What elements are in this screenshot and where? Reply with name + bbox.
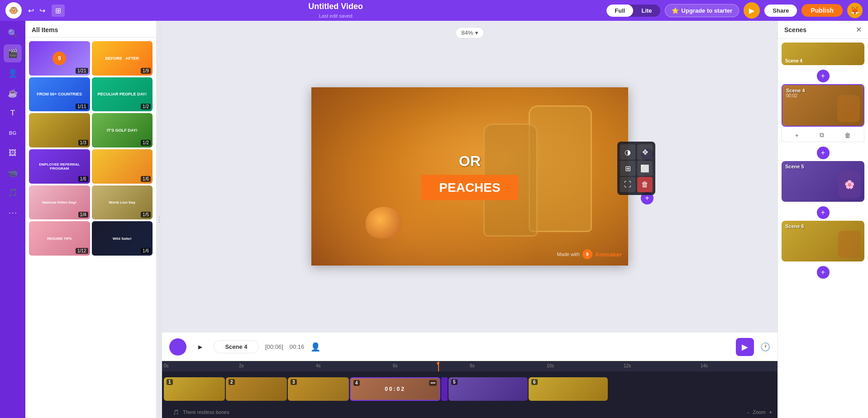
scenes-panel: Scenes ✕ Scene 4 + Scene 4 00:02 [777,21,868,418]
scene-top-partial[interactable]: Scene 4 [782,43,864,65]
track-segment-6[interactable]: 6 [529,377,608,401]
timeline-ruler: 0s 2s 4s 6s 8s 10s 12s 14s 16s [162,361,777,371]
track-segment-5[interactable]: 5 [448,377,528,401]
scene-add-row-2: + [782,145,864,161]
app-logo[interactable]: 🐵 [5,2,22,19]
time-bracket: [00:06] [265,343,283,350]
media-grid: 9 1/21 BEFORE AFTER 1/9 FROM 50+ COUNTRI… [25,38,156,259]
media-item-2[interactable]: BEFORE AFTER 1/9 [92,41,153,76]
share-button[interactable]: Share [764,5,797,17]
track-segment-3[interactable]: 3 [288,377,349,401]
scenes-panel-title: Scenes [784,26,806,33]
sidebar-item-search[interactable]: 🔍 [4,24,22,43]
scene-thumb-6[interactable]: Scene 6 [782,221,864,261]
replace-button[interactable]: ⬜ [637,161,653,176]
add-scene-button-1[interactable]: + [817,70,830,82]
clock-icon[interactable]: 🕐 [760,342,770,352]
shrink-button[interactable]: ⛶ [620,177,635,192]
timeline-playhead[interactable] [438,361,439,371]
media-item-10[interactable]: World Lion Day 1/5 [92,185,153,220]
add-scene-button-2[interactable]: + [817,147,830,159]
media-item-7[interactable]: EMPLOYEE REFERRAL PROGRAM 1/6 [29,149,90,184]
main-layout: 🔍 🎬 👤 ☕ T BG 🖼 📹 🎵 ⋯ All Items 9 1/21 BE… [0,21,868,418]
scene-thumb-5[interactable]: Scene 5 🌸 [782,161,864,202]
crop-button[interactable]: ⊞ [620,161,635,176]
user-avatar[interactable]: 🦊 [847,3,863,18]
mode-lite-button[interactable]: Lite [633,5,660,17]
tick-2s: 2s [239,363,244,368]
scene-4-label: Scene 4 [786,88,805,93]
scene-4-duplicate-button[interactable]: ⧉ [820,131,824,139]
scene-thumb-4[interactable]: Scene 4 00:02 [782,84,864,127]
sidebar-item-scenes[interactable]: 🎬 [4,44,22,62]
media-item-4[interactable]: PECULIAR PEOPLE DAY! 1/2 [92,77,153,112]
track-segment-2[interactable]: 2 [226,377,287,401]
media-panel: All Items 9 1/21 BEFORE AFTER 1/9 FROM 5… [25,21,157,418]
scenes-close-button[interactable]: ✕ [856,25,862,34]
add-scene-button-3[interactable]: + [817,206,830,219]
sidebar-item-image[interactable]: 🖼 [4,144,22,162]
star-icon: ⭐ [672,7,679,14]
media-item-9[interactable]: National Kitten Day! 1/4 [29,185,90,220]
scene-add-row-3: + [782,204,864,221]
canvas-toolbar-row-3: ⛶ 🗑 [620,177,653,192]
center-area: 84% ▾ OR PEACHES [162,21,777,418]
mode-toggle: Full Lite [606,5,660,17]
tick-6s: 6s [393,363,398,368]
zoom-control[interactable]: 84% ▾ [455,27,484,38]
sidebar-item-background[interactable]: BG [4,124,22,142]
segment-num-5: 5 [451,379,458,385]
add-scene-button-4[interactable]: + [817,266,830,279]
tick-4s: 4s [316,363,321,368]
contrast-button[interactable]: ◑ [620,144,635,160]
mode-full-button[interactable]: Full [606,5,633,17]
scenes-toggle-button[interactable]: ⊞ [52,5,65,17]
timeline-tracks[interactable]: 1 2 3 4 00:02 [162,371,777,406]
media-item-12[interactable]: Wild Safari 1/6 [92,221,153,256]
media-badge-12: 1/6 [141,248,151,254]
track-segment-1[interactable]: 1 [164,377,225,401]
scene-card-6: Scene 6 [782,221,864,261]
scene-play-button[interactable]: ▶ [193,340,207,354]
sidebar-item-more[interactable]: ⋯ [4,204,22,222]
media-item-8[interactable]: 1/6 [92,149,153,184]
zoom-plus[interactable]: + [769,409,772,415]
move-button[interactable]: ✥ [637,144,653,160]
sidebar-item-coffee[interactable]: ☕ [4,84,22,102]
sidebar-item-music[interactable]: 🎵 [4,184,22,202]
animaker-watermark: Made with 9 Animaker [557,249,622,259]
sidebar-item-video[interactable]: 📹 [4,164,22,182]
preview-play-button[interactable]: ▶ [744,2,760,19]
publish-button[interactable]: Publish [801,4,843,17]
media-item-3[interactable]: FROM 50+ COUNTRIES 1/11 [29,77,90,112]
media-item-5[interactable]: 1/3 [29,113,90,147]
scene-4-add-button[interactable]: + [795,131,799,139]
resize-handle[interactable] [157,21,162,418]
redo-button[interactable]: ↪ [38,5,47,17]
track-segment-4[interactable]: 4 00:02 ••• [350,377,440,401]
animaker-logo: 9 [582,249,592,259]
sidebar-item-text[interactable]: T [4,104,22,122]
music-track-name: There restless bones [183,409,229,415]
media-item-1[interactable]: 9 1/21 [29,41,90,76]
segment-num-2: 2 [229,379,235,385]
media-item-11[interactable]: RESUME TIPS 1/12 [29,221,90,256]
video-clip-icon[interactable]: ▶ [736,338,754,356]
timeline: 0s 2s 4s 6s 8s 10s 12s 14s 16s 1 2 [162,361,777,406]
canvas-preview: OR PEACHES Made with 9 Animaker [311,87,628,266]
main-play-button[interactable]: ▶ [169,338,186,356]
canvas-container: OR PEACHES Made with 9 Animaker ◑ ✥ [311,87,628,266]
media-badge-6: 1/2 [141,140,151,146]
user-icon[interactable]: 👤 [310,342,320,352]
media-badge-9: 1/4 [78,212,88,218]
scene-4-delete-button[interactable]: 🗑 [844,131,851,139]
zoom-value: 84% [461,29,473,36]
delete-canvas-button[interactable]: 🗑 [637,177,653,192]
media-item-6[interactable]: IT'S GOLF DAY! 1/2 [92,113,153,147]
chevron-down-icon: ▾ [475,29,478,36]
undo-button[interactable]: ↩ [26,5,36,17]
upgrade-button[interactable]: ⭐ Upgrade to starter [665,4,739,17]
sidebar-item-people[interactable]: 👤 [4,64,22,82]
canvas-peaches-text: PEACHES [421,175,518,200]
zoom-minus[interactable]: - [748,409,749,415]
